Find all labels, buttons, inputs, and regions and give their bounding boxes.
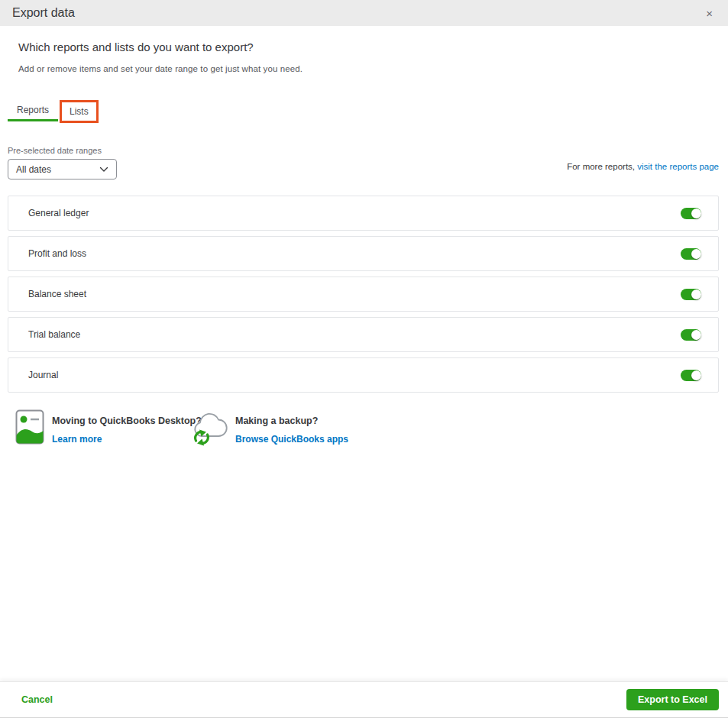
more-reports-prefix: For more reports, (567, 162, 637, 171)
dialog-header: Export data × (0, 0, 728, 26)
report-row-general-ledger: General ledger (8, 196, 719, 231)
report-toggle[interactable] (681, 329, 701, 341)
report-list: General ledger Profit and loss Balance s… (8, 196, 719, 398)
page-title: Which reports and lists do you want to e… (18, 40, 254, 53)
report-row-label: Journal (28, 370, 58, 380)
dialog-title: Export data (12, 6, 75, 20)
report-toggle[interactable] (681, 289, 701, 300)
toggle-knob (691, 370, 701, 380)
tab-lists[interactable]: Lists (62, 102, 96, 121)
learn-more-link[interactable]: Learn more (52, 434, 102, 445)
date-range-label: Pre-selected date ranges (8, 146, 102, 155)
toggle-knob (691, 330, 701, 340)
date-range-value: All dates (16, 164, 51, 175)
report-row-label: Trial balance (28, 329, 80, 340)
cancel-button[interactable]: Cancel (21, 694, 53, 705)
toggle-knob (691, 249, 701, 259)
visit-reports-page-link[interactable]: visit the reports page (637, 162, 719, 171)
lists-tab-highlight-box: Lists (60, 100, 99, 123)
report-row-journal: Journal (8, 357, 719, 393)
report-row-label: General ledger (28, 208, 89, 218)
promo-quickbooks-desktop: Moving to QuickBooks Desktop? Learn more (15, 409, 202, 448)
report-row-label: Profit and loss (28, 248, 86, 259)
report-row-profit-and-loss: Profit and loss (8, 236, 719, 271)
tab-reports[interactable]: Reports (8, 100, 58, 121)
page-subtitle: Add or remove items and set your date ra… (18, 64, 303, 73)
toggle-knob (691, 209, 701, 218)
dialog-footer: Cancel Export to Excel (0, 681, 728, 716)
report-toggle[interactable] (681, 370, 701, 381)
close-icon[interactable]: × (703, 5, 716, 22)
export-data-dialog: Export data × Which reports and lists do… (0, 0, 728, 718)
more-reports-note: For more reports, visit the reports page (567, 162, 719, 171)
cloud-sync-icon (189, 409, 228, 451)
report-toggle[interactable] (681, 208, 701, 219)
tab-bar: Reports Lists (8, 100, 99, 123)
report-row-label: Balance sheet (28, 289, 86, 299)
export-to-excel-button[interactable]: Export to Excel (626, 689, 719, 710)
promo-title: Moving to QuickBooks Desktop? (52, 416, 202, 426)
date-range-select[interactable]: All dates (8, 159, 117, 180)
quickbooks-desktop-icon (15, 409, 44, 448)
browse-quickbooks-apps-link[interactable]: Browse QuickBooks apps (235, 434, 348, 445)
report-row-balance-sheet: Balance sheet (8, 277, 719, 312)
chevron-down-icon (99, 167, 108, 173)
report-toggle[interactable] (681, 248, 701, 260)
report-row-trial-balance: Trial balance (8, 317, 719, 352)
promo-backup: Making a backup? Browse QuickBooks apps (189, 409, 348, 451)
toggle-knob (691, 289, 701, 299)
promo-title: Making a backup? (235, 416, 348, 426)
